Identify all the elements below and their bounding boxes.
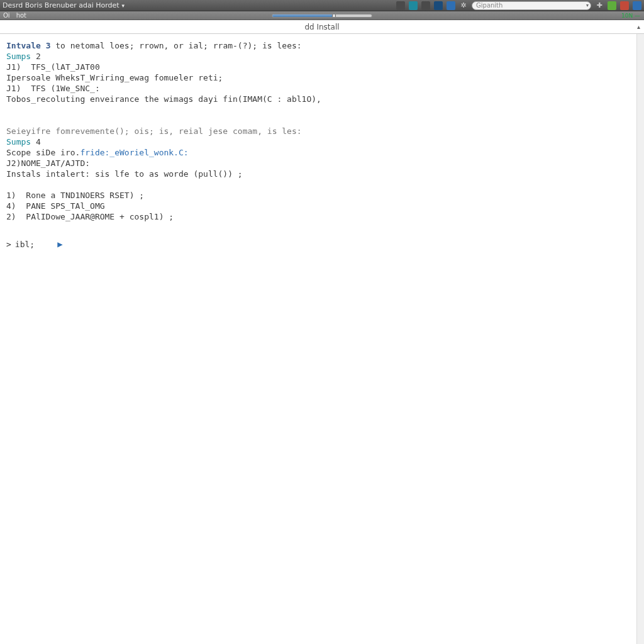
search-placeholder: Gipanith: [476, 2, 502, 9]
blank-4: [6, 222, 638, 233]
tray-app-icon-4[interactable]: [447, 1, 455, 10]
globe-icon[interactable]: [409, 1, 418, 10]
tray-app-icon-2[interactable]: [421, 1, 430, 10]
prompt-chevron: >: [6, 239, 11, 250]
secondary-toolbar: Oi hot 10N —: [0, 11, 644, 20]
tray-app-icon-1[interactable]: [396, 1, 405, 10]
add-icon[interactable]: ✚: [595, 1, 604, 10]
slider-knob[interactable]: [332, 14, 336, 18]
tab-install[interactable]: dd Install: [304, 23, 339, 31]
toolbar-right-text: 10N —: [621, 13, 640, 19]
tray-app-icon-3[interactable]: [434, 1, 443, 10]
blank-2: [6, 115, 638, 126]
app-title-text: Desrd Boris Brenuber adai Hordet: [3, 1, 119, 9]
gear-icon[interactable]: ✲: [459, 1, 468, 10]
blank-3: [6, 179, 638, 190]
status-green-icon[interactable]: [608, 1, 616, 10]
block2-line-3: Instals intalert: sis lfe to as worde (p…: [6, 169, 638, 179]
toolbar-item-1[interactable]: Oi: [3, 12, 10, 19]
toolbar-item-2[interactable]: hot: [16, 12, 26, 19]
status-blue-icon[interactable]: [633, 1, 641, 10]
block1-header: Intvale 3 to netomal loes; rrown, or ial…: [6, 40, 638, 51]
blank-1: [6, 104, 638, 115]
tab-bar: dd Install ▴: [0, 20, 644, 34]
block1-line-1: J1) TFS_(lAT_JAT00: [6, 62, 638, 72]
system-tray: ✲ Gipanith ▾ ✚: [396, 1, 641, 10]
block1-line-3: J1) TFS (1We_SNC_:: [6, 83, 638, 94]
system-menubar: Desrd Boris Brenuber adai Hordet ▾ ✲ Gip…: [0, 0, 644, 11]
terminal-output[interactable]: Intvale 3 to netomal loes; rrown, or ial…: [0, 34, 644, 644]
progress-fill: [272, 14, 332, 17]
block2-line-5: 4) PANE SPS_TAl_OMG: [6, 201, 638, 211]
prompt-text: ibl;: [15, 239, 35, 250]
block1-line-4: Tobos_recoluting enveirance the wimags d…: [6, 94, 638, 104]
block2-line-2: J2)NOME_JAT/AJTD:: [6, 158, 638, 169]
play-icon[interactable]: ▶: [57, 239, 62, 250]
prompt-line[interactable]: > ibl; ▶: [6, 239, 638, 250]
search-input[interactable]: Gipanith ▾: [472, 1, 591, 10]
chevron-down-icon: ▾: [122, 3, 125, 9]
block2-steps: Sumps 4: [6, 136, 638, 147]
close-icon[interactable]: [620, 1, 629, 10]
block2-line-6: 2) PAlIDowe_JAAR@ROME + cospl1) ;: [6, 211, 638, 222]
chevron-down-icon: ▾: [586, 3, 589, 8]
block2-line-4: 1) Rone a TND1NOERS RSET) ;: [6, 190, 638, 201]
block1-steps: Sumps 2: [6, 51, 638, 62]
block2-header: Seieyifre fomrevemente(); ois; is, reial…: [6, 126, 638, 136]
progress-slider[interactable]: [272, 14, 372, 18]
collapse-up-icon[interactable]: ▴: [637, 23, 640, 30]
vertical-scrollbar[interactable]: [636, 34, 644, 644]
app-title-menu[interactable]: Desrd Boris Brenuber adai Hordet ▾: [3, 1, 125, 9]
block2-line-1: Scope siDe iro.fride:_eWoriel_wonk.C:: [6, 147, 638, 158]
block1-line-2: Ipersoale WheksT_Wriring_ewag fomueler r…: [6, 72, 638, 83]
